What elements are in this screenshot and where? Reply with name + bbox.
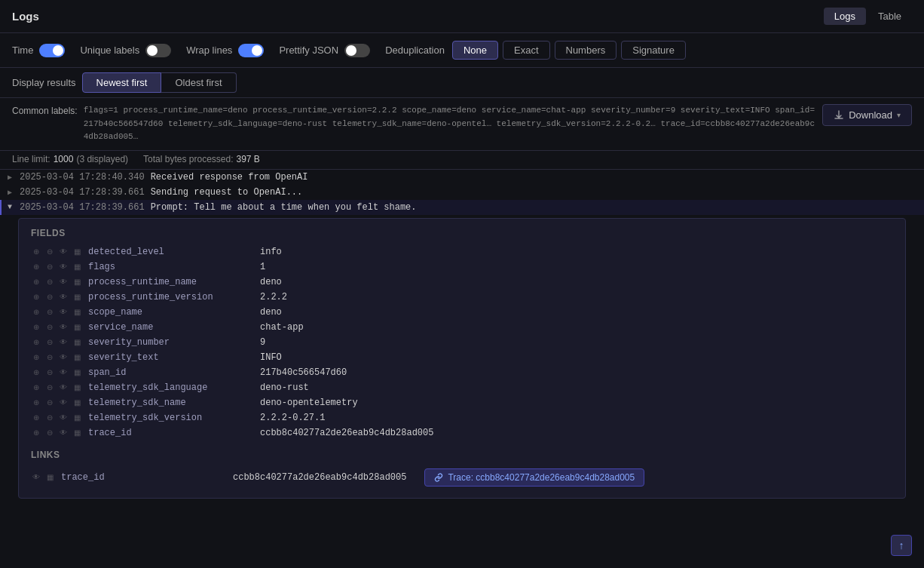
field-row: ⊕ ⊖ 👁 ▦ telemetry_sdk_version 2.2.2-0.27…	[31, 410, 893, 425]
toolbar: Time Unique labels Wrap lines Prettify J…	[0, 33, 924, 68]
eye-icon-11[interactable]: 👁	[58, 413, 69, 423]
chevron-down-icon-3: ▼	[8, 202, 15, 211]
log-line-3[interactable]: ▼ 2025-03-04 17:28:39.661 Prompt: Tell m…	[0, 200, 924, 215]
eye-icon-6[interactable]: 👁	[58, 337, 69, 348]
bar-chart-icon-8[interactable]: ▦	[72, 367, 82, 378]
page-title: Logs	[12, 10, 39, 23]
eye-icon-1[interactable]: 👁	[58, 262, 69, 272]
field-name-6: severity_number	[88, 337, 254, 348]
zoom-out-icon-3[interactable]: ⊖	[44, 292, 55, 302]
fields-panel: Fields ⊕ ⊖ 👁 ▦ detected_level info ⊕ ⊖ 👁…	[18, 218, 906, 499]
bar-chart-icon-6[interactable]: ▦	[72, 337, 82, 348]
download-button[interactable]: Download ▾	[822, 104, 912, 126]
field-row: ⊕ ⊖ 👁 ▦ telemetry_sdk_name deno-opentele…	[31, 395, 893, 410]
eye-icon-10[interactable]: 👁	[58, 398, 69, 408]
bar-chart-icon-3[interactable]: ▦	[72, 292, 82, 302]
tab-logs[interactable]: Logs	[824, 8, 866, 25]
zoom-out-icon-2[interactable]: ⊖	[44, 277, 55, 287]
zoom-in-icon-10[interactable]: ⊕	[31, 398, 41, 408]
trace-link[interactable]: Trace: ccbb8c40277a2de26eab9c4db28ad005	[424, 468, 644, 487]
bar-chart-icon-11[interactable]: ▦	[72, 413, 82, 423]
eye-icon-5[interactable]: 👁	[58, 322, 69, 333]
unique-labels-slider	[145, 44, 171, 57]
bar-chart-icon-5[interactable]: ▦	[72, 322, 82, 333]
time-label: Time	[12, 45, 33, 56]
eye-icon-4[interactable]: 👁	[58, 307, 69, 318]
wrap-lines-slider	[238, 44, 264, 57]
bar-chart-icon-1[interactable]: ▦	[72, 262, 82, 272]
newest-first-button[interactable]: Newest first	[82, 72, 162, 93]
prettify-json-toggle[interactable]	[344, 44, 370, 57]
bar-chart-icon-0[interactable]: ▦	[72, 247, 82, 257]
wrap-lines-toggle[interactable]	[238, 44, 264, 57]
zoom-in-icon-8[interactable]: ⊕	[31, 367, 41, 378]
dedup-numbers[interactable]: Numbers	[555, 41, 617, 60]
line-limit-label: Line limit:	[12, 154, 50, 164]
eye-icon-9[interactable]: 👁	[58, 382, 69, 393]
eye-icon-8[interactable]: 👁	[58, 367, 69, 378]
scroll-top-button[interactable]: ↑	[891, 535, 912, 556]
eye-icon-7[interactable]: 👁	[58, 352, 69, 363]
zoom-out-icon-8[interactable]: ⊖	[44, 367, 55, 378]
log-line-2[interactable]: ▶ 2025-03-04 17:28:39.661 Sending reques…	[0, 185, 924, 200]
zoom-in-icon-7[interactable]: ⊕	[31, 352, 41, 363]
oldest-first-button[interactable]: Oldest first	[161, 72, 236, 93]
zoom-in-icon-6[interactable]: ⊕	[31, 337, 41, 348]
zoom-in-icon-12[interactable]: ⊕	[31, 428, 41, 438]
time-toggle[interactable]	[39, 44, 65, 57]
eye-icon-0[interactable]: 👁	[58, 247, 69, 257]
zoom-out-icon-0[interactable]: ⊖	[44, 247, 55, 257]
dedup-signature[interactable]: Signature	[621, 41, 686, 60]
eye-icon-links[interactable]: 👁	[31, 472, 41, 483]
fields-rows: ⊕ ⊖ 👁 ▦ detected_level info ⊕ ⊖ 👁 ▦ flag…	[31, 244, 893, 441]
zoom-in-icon-11[interactable]: ⊕	[31, 413, 41, 423]
bar-chart-icon-2[interactable]: ▦	[72, 277, 82, 287]
line-limit-bar: Line limit: 1000 (3 displayed) Total byt…	[0, 151, 924, 170]
tab-table[interactable]: Table	[867, 8, 912, 25]
zoom-out-icon-5[interactable]: ⊖	[44, 322, 55, 333]
bar-chart-icon-12[interactable]: ▦	[72, 428, 82, 438]
zoom-out-icon-10[interactable]: ⊖	[44, 398, 55, 408]
zoom-out-icon-12[interactable]: ⊖	[44, 428, 55, 438]
common-labels-bar: Common labels: flags=1 process_runtime_n…	[0, 98, 924, 151]
field-name-11: telemetry_sdk_version	[88, 413, 254, 423]
eye-icon-3[interactable]: 👁	[58, 292, 69, 302]
field-icons-12: ⊕ ⊖ 👁 ▦	[31, 428, 82, 438]
field-name-12: trace_id	[88, 428, 254, 438]
zoom-out-icon-6[interactable]: ⊖	[44, 337, 55, 348]
zoom-in-icon-3[interactable]: ⊕	[31, 292, 41, 302]
zoom-out-icon-1[interactable]: ⊖	[44, 262, 55, 272]
bar-icon-links[interactable]: ▦	[44, 472, 55, 483]
dedup-none[interactable]: None	[452, 41, 498, 60]
unique-labels-toggle[interactable]	[145, 44, 171, 57]
bar-chart-icon-7[interactable]: ▦	[72, 352, 82, 363]
field-row: ⊕ ⊖ 👁 ▦ process_runtime_name deno	[31, 275, 893, 290]
field-name-1: flags	[88, 262, 254, 272]
zoom-out-icon-9[interactable]: ⊖	[44, 382, 55, 393]
bar-chart-icon-4[interactable]: ▦	[72, 307, 82, 318]
zoom-out-icon-7[interactable]: ⊖	[44, 352, 55, 363]
eye-icon-2[interactable]: 👁	[58, 277, 69, 287]
field-icons-3: ⊕ ⊖ 👁 ▦	[31, 292, 82, 302]
bar-chart-icon-10[interactable]: ▦	[72, 398, 82, 408]
field-row: ⊕ ⊖ 👁 ▦ telemetry_sdk_language deno-rust	[31, 380, 893, 395]
download-chevron-icon: ▾	[897, 111, 901, 119]
zoom-out-icon-11[interactable]: ⊖	[44, 413, 55, 423]
eye-icon-12[interactable]: 👁	[58, 428, 69, 438]
zoom-in-icon-2[interactable]: ⊕	[31, 277, 41, 287]
links-row: 👁 ▦ trace_id ccbb8c40277a2de26eab9c4db28…	[31, 466, 893, 489]
zoom-in-icon-1[interactable]: ⊕	[31, 262, 41, 272]
zoom-in-icon-0[interactable]: ⊕	[31, 247, 41, 257]
field-row: ⊕ ⊖ 👁 ▦ process_runtime_version 2.2.2	[31, 290, 893, 305]
zoom-in-icon-5[interactable]: ⊕	[31, 322, 41, 333]
log-line-1[interactable]: ▶ 2025-03-04 17:28:40.340 Received respo…	[0, 170, 924, 185]
zoom-out-icon-4[interactable]: ⊖	[44, 307, 55, 318]
field-icons-0: ⊕ ⊖ 👁 ▦	[31, 247, 82, 257]
links-field-icons: 👁 ▦	[31, 472, 55, 483]
zoom-in-icon-4[interactable]: ⊕	[31, 307, 41, 318]
dedup-exact[interactable]: Exact	[503, 41, 550, 60]
unique-labels-toggle-group: Unique labels	[80, 44, 171, 57]
bar-chart-icon-9[interactable]: ▦	[72, 382, 82, 393]
zoom-in-icon-9[interactable]: ⊕	[31, 382, 41, 393]
field-name-3: process_runtime_version	[88, 292, 254, 302]
